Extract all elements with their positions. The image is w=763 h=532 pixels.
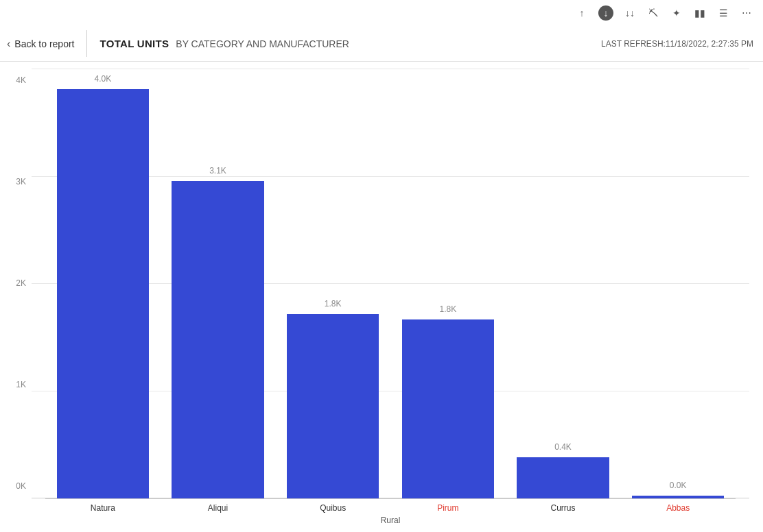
- back-label: Back to report: [14, 38, 74, 49]
- bar-aliqui[interactable]: 3.1K: [172, 181, 263, 498]
- more-icon[interactable]: ⋯: [740, 6, 753, 20]
- x-label-aliqui: Aliqui: [208, 503, 228, 513]
- bar-group-pirum[interactable]: 1.8K: [390, 69, 506, 498]
- x-label-group-pirum: Pirum: [390, 499, 506, 513]
- title-section: TOTAL UNITS BY CATEGORY AND MANUFACTURER…: [87, 38, 753, 49]
- x-label-group-aliqui: Aliqui: [161, 499, 276, 513]
- bar-group-abbas[interactable]: 0.0K: [620, 69, 736, 498]
- down-arrows-icon[interactable]: ↓↓: [623, 6, 637, 20]
- x-axis: Natura Aliqui Quibus Pirum Currus Abbas: [32, 499, 749, 513]
- y-label-4k: 4K: [16, 75, 26, 85]
- y-axis: 4K 3K 2K 1K 0K: [7, 69, 32, 525]
- y-label-2k: 2K: [16, 278, 26, 288]
- bar-label-natura: 4.0K: [94, 74, 111, 84]
- category-label: Rural: [32, 516, 749, 525]
- y-label-1k: 1K: [16, 380, 26, 389]
- back-to-report-button[interactable]: ‹ Back to report: [7, 30, 87, 57]
- copy-icon[interactable]: ▮▮: [693, 6, 707, 20]
- bar-label-aliqui: 3.1K: [209, 166, 226, 176]
- x-label-quibus: Quibus: [320, 503, 346, 513]
- bar-group-natura[interactable]: 4.0K: [45, 69, 161, 498]
- bar-currus[interactable]: 0.4K: [517, 457, 609, 498]
- bar-quibus[interactable]: 1.8K: [287, 314, 379, 498]
- last-refresh: LAST REFRESH:11/18/2022, 2:27:35 PM: [601, 39, 753, 49]
- lines-icon[interactable]: ☰: [716, 6, 730, 20]
- bar-group-quibus[interactable]: 1.8K: [275, 69, 390, 498]
- x-label-abbas: Abbas: [666, 503, 690, 513]
- chart-container: 4K 3K 2K 1K 0K 4.0K: [0, 62, 763, 532]
- grid-and-bars: 4.0K 3.1K 1.8K 1.: [32, 69, 749, 498]
- x-label-group-quibus: Quibus: [275, 499, 390, 513]
- up-arrow-icon[interactable]: ↑: [575, 6, 589, 20]
- x-label-group-currus: Currus: [506, 499, 621, 513]
- x-label-pirum: Pirum: [437, 503, 458, 513]
- toolbar: ↑ ↓ ↓↓ ⛏ ✦ ▮▮ ☰ ⋯: [0, 0, 763, 26]
- bar-group-currus[interactable]: 0.4K: [506, 69, 621, 498]
- bar-group-aliqui[interactable]: 3.1K: [161, 69, 276, 498]
- bar-pirum[interactable]: 1.8K: [402, 319, 494, 498]
- x-label-group-abbas: Abbas: [620, 499, 736, 513]
- bar-label-abbas: 0.0K: [670, 481, 687, 490]
- x-label-currus: Currus: [551, 503, 576, 513]
- y-label-0k: 0K: [16, 481, 26, 491]
- bar-abbas[interactable]: 0.0K: [632, 496, 724, 498]
- bar-label-currus: 0.4K: [554, 442, 572, 452]
- chart-title: TOTAL UNITS: [99, 38, 169, 49]
- x-label-group-natura: Natura: [45, 499, 161, 513]
- download-icon[interactable]: ↓: [598, 5, 613, 21]
- header: ‹ Back to report TOTAL UNITS BY CATEGORY…: [0, 26, 763, 62]
- bar-label-pirum: 1.8K: [440, 304, 457, 314]
- back-chevron-icon: ‹: [7, 38, 10, 50]
- chart-subtitle: BY CATEGORY AND MANUFACTURER: [176, 38, 349, 49]
- x-label-natura: Natura: [91, 503, 115, 513]
- pin-icon[interactable]: ✦: [670, 6, 683, 20]
- chart-plot: 4.0K 3.1K 1.8K 1.: [32, 69, 749, 525]
- bars-area: 4.0K 3.1K 1.8K 1.: [32, 69, 749, 498]
- y-label-3k: 3K: [16, 177, 26, 186]
- bookmark-icon[interactable]: ⛏: [646, 6, 660, 20]
- bar-natura[interactable]: 4.0K: [57, 89, 149, 498]
- bar-label-quibus: 1.8K: [325, 299, 342, 309]
